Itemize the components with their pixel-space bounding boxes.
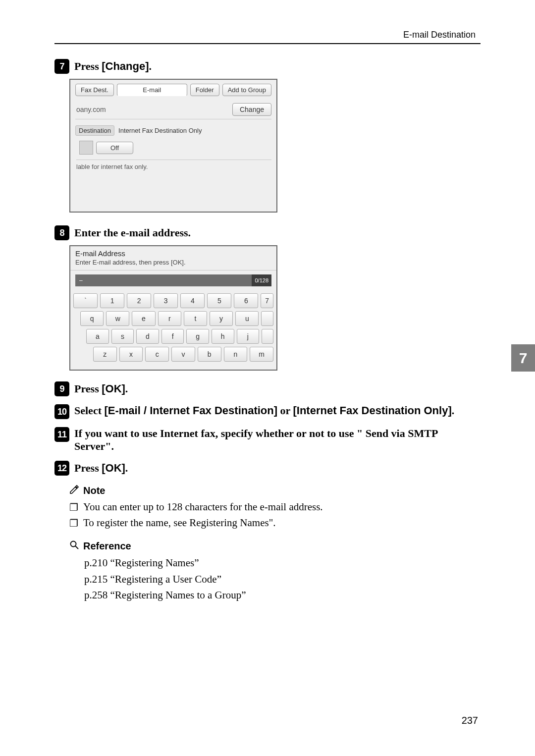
email-input[interactable]: – 0/128 <box>75 274 271 286</box>
key-z[interactable]: z <box>93 347 117 362</box>
key-f[interactable]: f <box>161 329 184 344</box>
svg-point-0 <box>71 541 76 547</box>
key-3[interactable]: 3 <box>154 293 178 308</box>
running-header: E-mail Destination <box>54 30 481 40</box>
step-8-heading: 8 Enter the e-mail address. <box>54 225 481 240</box>
key-x[interactable]: x <box>119 347 143 362</box>
note-bullets: ❐ You can enter up to 128 characters for… <box>69 499 481 531</box>
key-4[interactable]: 4 <box>180 293 205 308</box>
step-11-text: If you want to use Internet fax, specify… <box>74 427 471 453</box>
key-t[interactable]: t <box>184 311 207 326</box>
key-5[interactable]: 5 <box>207 293 231 308</box>
key-q[interactable]: q <box>80 311 104 326</box>
key-v[interactable]: v <box>171 347 195 362</box>
tab-bar: Fax Dest. E-mail Folder Add to Group <box>75 84 271 96</box>
keyboard-row-qwerty: q w e r t y u <box>73 311 273 326</box>
key-1[interactable]: 1 <box>100 293 124 308</box>
text: . <box>149 60 152 72</box>
internet-fax-only-label: [Internet Fax Destination Only] <box>293 404 451 417</box>
screenshot-email-keyboard: E-mail Address Enter E-mail address, the… <box>69 245 277 371</box>
step-10-heading: 10 Select [E-mail / Internet Fax Destina… <box>54 404 481 419</box>
magnifier-icon <box>69 540 79 552</box>
note-bullet-2: ❐ To register the name, see Registering … <box>69 515 481 531</box>
step-number-badge: 9 <box>54 381 69 396</box>
key-g[interactable]: g <box>186 329 209 344</box>
key-s[interactable]: s <box>111 329 134 344</box>
note-bullet-1: ❐ You can enter up to 128 characters for… <box>69 499 481 515</box>
note-label: Note <box>83 485 105 496</box>
key-u[interactable]: u <box>235 311 259 326</box>
step-12-text: Press [OK]. <box>74 462 128 475</box>
destination-label: Destination <box>75 125 114 136</box>
key-m[interactable]: m <box>250 347 273 362</box>
change-button[interactable]: Change <box>232 103 271 116</box>
step-9: 9 Press [OK]. <box>54 381 481 396</box>
key-r[interactable]: r <box>158 311 181 326</box>
char-counter: 0/128 <box>252 274 271 286</box>
email-address-row: oany.com Change <box>75 103 271 119</box>
key-d[interactable]: d <box>136 329 159 344</box>
key-b[interactable]: b <box>198 347 221 362</box>
key-c[interactable]: c <box>145 347 169 362</box>
step-7-text: Press [Change]. <box>74 60 152 73</box>
step-7: 7 Press [Change]. Fax Dest. E-mail Folde… <box>54 59 481 213</box>
key-e[interactable]: e <box>132 311 155 326</box>
pencil-icon <box>69 485 79 496</box>
step-11-heading: 11 If you want to use Internet fax, spec… <box>54 427 481 453</box>
destination-value: Internet Fax Destination Only <box>118 127 202 134</box>
text: . <box>125 462 128 474</box>
smtp-toggle-row: Off <box>79 141 271 155</box>
keyboard-row-num: ` 1 2 3 4 5 6 7 <box>73 293 273 308</box>
step-10-text: Select [E-mail / Internet Fax Destinatio… <box>74 404 454 417</box>
step-number-badge: 12 <box>54 461 69 476</box>
reference-heading: Reference <box>69 540 481 552</box>
key-j[interactable]: j <box>237 329 260 344</box>
keyboard-row-zxcv: z x c v b n m <box>73 347 273 362</box>
keyboard: ` 1 2 3 4 5 6 7 q w e r t y u <box>70 290 276 370</box>
destination-row: Destination Internet Fax Destination Onl… <box>75 125 271 136</box>
key-h[interactable]: h <box>212 329 234 344</box>
note-text: To register the name, see Registering Na… <box>83 515 275 531</box>
screenshot-footnote: lable for internet fax only. <box>76 160 271 170</box>
tab-fax-dest[interactable]: Fax Dest. <box>75 84 114 96</box>
key-7[interactable]: 7 <box>261 293 273 308</box>
text: or <box>277 404 293 417</box>
key-n[interactable]: n <box>224 347 248 362</box>
step-10: 10 Select [E-mail / Internet Fax Destina… <box>54 404 481 419</box>
step-number-badge: 8 <box>54 225 69 240</box>
note-section: Note ❐ You can enter up to 128 character… <box>54 485 481 603</box>
chapter-tab: 7 <box>511 344 535 372</box>
key-edge[interactable] <box>262 329 273 344</box>
bullet-icon: ❐ <box>69 515 78 531</box>
text: . <box>125 382 128 395</box>
reference-item: p.215 “Registering a User Code” <box>84 571 481 588</box>
dialog-subtitle: Enter E-mail address, then press [OK]. <box>70 259 276 270</box>
key-y[interactable]: y <box>210 311 233 326</box>
text: . <box>452 404 455 417</box>
bullet-icon: ❐ <box>69 499 78 515</box>
note-text: You can enter up to 128 characters for t… <box>83 499 323 515</box>
tab-folder[interactable]: Folder <box>190 84 219 96</box>
text: Select <box>74 404 104 417</box>
text: Press <box>74 60 102 72</box>
key-w[interactable]: w <box>106 311 129 326</box>
note-heading: Note <box>69 485 481 496</box>
key-6[interactable]: 6 <box>234 293 258 308</box>
keyboard-row-asdf: a s d f g h j <box>73 329 273 344</box>
reference-list: p.210 “Registering Names” p.215 “Registe… <box>84 555 481 603</box>
tab-email[interactable]: E-mail <box>117 84 187 96</box>
step-11: 11 If you want to use Internet fax, spec… <box>54 427 481 453</box>
toggle-indicator[interactable] <box>79 141 93 155</box>
step-number-badge: 7 <box>54 59 69 74</box>
key-edge[interactable] <box>261 311 273 326</box>
key-2[interactable]: 2 <box>127 293 151 308</box>
svg-line-1 <box>75 546 78 549</box>
tab-add-to-group[interactable]: Add to Group <box>222 84 271 96</box>
step-9-text: Press [OK]. <box>74 382 128 395</box>
key-backtick[interactable]: ` <box>73 293 98 308</box>
dialog-title: E-mail Address <box>70 246 276 259</box>
off-button[interactable]: Off <box>96 142 133 154</box>
ok-label: [OK] <box>102 462 125 474</box>
input-cursor: – <box>75 277 252 284</box>
key-a[interactable]: a <box>86 329 109 344</box>
